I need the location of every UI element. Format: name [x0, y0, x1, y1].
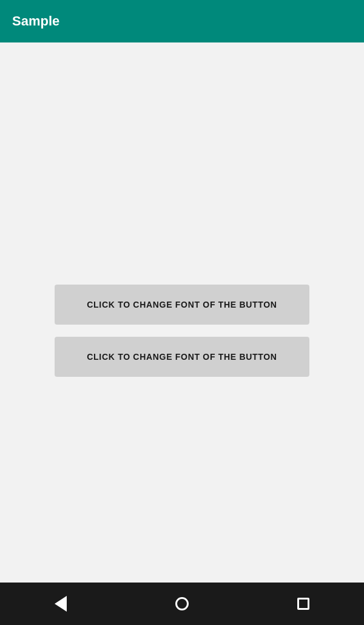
change-font-button-2[interactable]: CLICK TO CHANGE FONT OF THE BUTTON — [55, 337, 309, 377]
change-font-button-1[interactable]: CLICK TO CHANGE FONT OF THE BUTTON — [55, 285, 309, 325]
nav-back-button[interactable] — [49, 592, 73, 616]
main-content: CLICK TO CHANGE FONT OF THE BUTTON CLICK… — [0, 42, 364, 583]
nav-bar — [0, 583, 364, 625]
nav-home-button[interactable] — [170, 592, 194, 616]
recents-icon — [297, 598, 309, 610]
home-icon — [175, 597, 189, 610]
app-title: Sample — [12, 13, 59, 29]
app-bar: Sample — [0, 0, 364, 42]
back-icon — [55, 596, 67, 612]
nav-recents-button[interactable] — [291, 592, 315, 616]
